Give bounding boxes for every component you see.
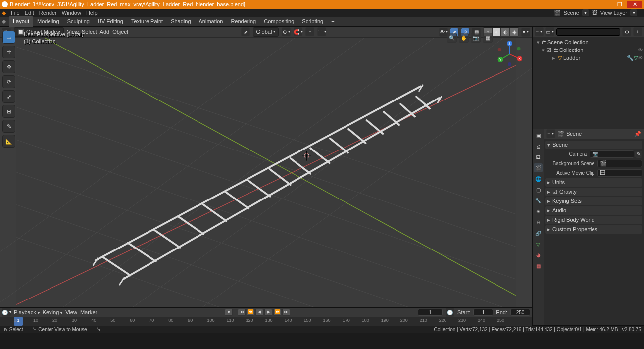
tool-rotate[interactable]: ⟳ (2, 75, 15, 88)
panel-gravity[interactable]: ▸☑Gravity (545, 188, 642, 196)
transform-orientation[interactable]: Global (253, 27, 279, 36)
outliner-new-collection[interactable]: + (633, 27, 642, 36)
timeline-keying-menu[interactable]: Keying (43, 309, 63, 316)
workspace-layout[interactable]: Layout (9, 16, 33, 26)
tool-measure[interactable]: 📐 (2, 135, 15, 148)
tab-material[interactable]: ◕ (534, 250, 543, 259)
pin-icon[interactable]: 📌 (634, 130, 641, 137)
movieclip-selector[interactable]: 🎞 (597, 169, 642, 177)
jump-first[interactable]: ⏮ (238, 309, 246, 316)
tab-mesh[interactable]: ▽ (534, 240, 543, 249)
scene-new-button[interactable]: ▾ (582, 9, 589, 16)
outliner-editor-type[interactable]: ≡ (535, 27, 544, 36)
tab-viewlayer[interactable]: 🖼 (534, 152, 543, 161)
jump-next-key[interactable]: ⏩ (273, 309, 281, 316)
panel-rigidbody[interactable]: ▸Rigid Body World (545, 216, 642, 224)
hide-icon[interactable]: 👁 (638, 54, 643, 61)
workspace-add[interactable]: + (327, 16, 338, 26)
viewport-menu-object[interactable]: Object (112, 28, 128, 35)
workspace-rendering[interactable]: Rendering (227, 16, 260, 26)
current-frame[interactable]: 1 (418, 309, 443, 316)
zoom-icon[interactable]: 🔍 (447, 33, 457, 43)
3d-viewport[interactable]: ⬚ 🔲Object Mode View Select Add Object ⬈ … (0, 27, 532, 307)
properties-editor-type[interactable]: ≡ (546, 129, 555, 138)
jump-last[interactable]: ⏭ (282, 309, 290, 316)
workspace-sculpting[interactable]: Sculpting (63, 16, 94, 26)
menu-help[interactable]: Help (86, 9, 98, 16)
workspace-shading[interactable]: Shading (167, 16, 195, 26)
viewlayer-new-button[interactable]: ▾ (630, 9, 637, 16)
hide-icon[interactable]: 👁 (638, 47, 643, 53)
start-frame[interactable]: 1 (473, 309, 493, 316)
menu-edit[interactable]: Edit (25, 9, 34, 16)
outliner-search[interactable] (556, 28, 620, 36)
tab-constraints[interactable]: 🔗 (534, 229, 543, 238)
tool-cursor[interactable]: ✛ (2, 46, 15, 58)
viewport-canvas[interactable] (0, 38, 532, 307)
menu-render[interactable]: Render (39, 9, 57, 16)
navigation-gizmo[interactable]: X Y Z (496, 41, 523, 68)
pivot-point[interactable]: ⊙ (282, 27, 291, 36)
transform-orientation-icon[interactable]: ⬈ (241, 27, 250, 36)
panel-scene[interactable]: ▾Scene (545, 141, 642, 149)
panel-units[interactable]: ▸Units (545, 178, 642, 187)
autokey-toggle[interactable]: ● (225, 309, 233, 316)
scene-selector[interactable]: Scene (564, 9, 579, 16)
workspace-compositing[interactable]: Compositing (260, 16, 298, 26)
workspace-uvediting[interactable]: UV Editing (94, 16, 127, 26)
preview-range-toggle[interactable]: 🕓 (446, 308, 454, 317)
tab-render[interactable]: ▣ (534, 131, 543, 140)
panel-keyingsets[interactable]: ▸Keying Sets (545, 197, 642, 205)
tab-physics[interactable]: ⚛ (534, 218, 543, 227)
tool-select-box[interactable]: ▭ (2, 31, 15, 44)
tool-move[interactable]: ✥ (2, 60, 15, 73)
camera-icon[interactable]: 📷 (471, 33, 481, 43)
menu-window[interactable]: Window (62, 9, 81, 16)
outliner-item-ladder[interactable]: ▸▽ Ladder 🔧 ▽ 👁 (534, 54, 643, 62)
breadcrumb-scene[interactable]: Scene (566, 130, 582, 137)
viewlayer-selector[interactable]: View Layer (600, 9, 627, 16)
workspace-modeling[interactable]: Modeling (33, 16, 63, 26)
workspace-scripting[interactable]: Scripting (298, 16, 327, 26)
maximize-button[interactable]: ❐ (612, 1, 627, 8)
tool-scale[interactable]: ⤢ (2, 90, 15, 103)
shading-options[interactable]: ▾ (521, 28, 530, 37)
outliner-scene-collection[interactable]: ▾🗀 Scene Collection (534, 38, 643, 46)
play-reverse[interactable]: ◀ (255, 309, 263, 316)
panel-audio[interactable]: ▸Audio (545, 206, 642, 215)
timeline-view-menu[interactable]: View (65, 309, 77, 316)
menu-file[interactable]: File (11, 9, 20, 16)
timeline-playback-menu[interactable]: Playback (14, 309, 40, 316)
jump-prev-key[interactable]: ⏪ (247, 309, 254, 316)
outliner-display-mode[interactable]: ▭ (545, 27, 554, 36)
tab-scene[interactable]: 🎬 (534, 163, 543, 172)
tool-annotate[interactable]: ✎ (2, 120, 15, 133)
camera-selector[interactable]: 📷 (590, 150, 634, 158)
snap-toggle[interactable]: 🧲 (294, 27, 302, 36)
shading-rendered[interactable]: ◉ (510, 28, 519, 37)
outliner-filter[interactable]: ⚙ (622, 27, 631, 36)
tab-particles[interactable]: ✴ (534, 207, 543, 216)
camera-eyedropper[interactable]: ✎ (635, 151, 642, 158)
proportional-falloff[interactable]: ⌒ (317, 27, 326, 36)
timeline-marker-menu[interactable]: Marker (80, 309, 97, 316)
tab-output[interactable]: 🖨 (534, 142, 543, 150)
perspective-icon[interactable]: ▦ (483, 33, 493, 43)
viewport-menu-select[interactable]: Select (82, 28, 97, 35)
play[interactable]: ▶ (264, 309, 272, 316)
bgscene-selector[interactable]: 🎬 (597, 160, 642, 167)
tab-world[interactable]: 🌐 (534, 174, 543, 183)
end-frame[interactable]: 250 (510, 309, 530, 316)
workspace-texturepaint[interactable]: Texture Paint (127, 16, 167, 26)
minimize-button[interactable]: — (597, 1, 612, 8)
panel-customprops[interactable]: ▸Custom Properties (545, 225, 642, 234)
viewport-menu-add[interactable]: Add (100, 28, 110, 35)
tab-modifier[interactable]: 🔧 (534, 196, 543, 205)
outliner-collection[interactable]: ▾☑🗀 Collection 👁 (534, 46, 643, 54)
pan-icon[interactable]: ✋ (459, 33, 469, 43)
workspace-animation[interactable]: Animation (195, 16, 227, 26)
tool-transform[interactable]: ⊞ (2, 105, 15, 118)
shading-matprev[interactable]: ◐ (501, 28, 510, 37)
tab-texture[interactable]: ▦ (534, 261, 543, 270)
shading-solid[interactable]: ● (492, 28, 501, 37)
